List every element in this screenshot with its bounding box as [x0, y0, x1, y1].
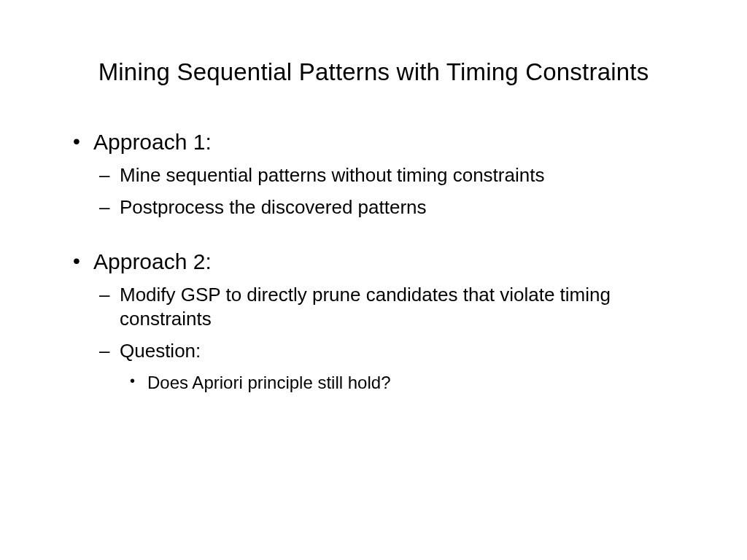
approach1-sub1: Mine sequential patterns without timing …: [93, 163, 703, 188]
approach2-sub1: Modify GSP to directly prune candidates …: [93, 283, 703, 332]
approach2-sublist: Modify GSP to directly prune candidates …: [93, 283, 703, 394]
bullet-approach2: Approach 2: Modify GSP to directly prune…: [73, 249, 703, 394]
approach2-sub2: Question: Does Apriori principle still h…: [93, 339, 703, 394]
approach1-sublist: Mine sequential patterns without timing …: [93, 163, 703, 220]
bullet-approach1: Approach 1: Mine sequential patterns wit…: [73, 130, 703, 220]
slide-title: Mining Sequential Patterns with Timing C…: [44, 58, 703, 86]
approach1-sub2: Postprocess the discovered patterns: [93, 195, 703, 220]
approach2-question-sublist: Does Apriori principle still hold?: [120, 371, 703, 394]
approach2-question-label: Question:: [120, 340, 201, 362]
approach1-label: Approach 1:: [93, 130, 212, 154]
approach2-label: Approach 2:: [93, 249, 212, 273]
bullet-list-level1: Approach 1: Mine sequential patterns wit…: [73, 130, 703, 394]
approach2-question-sub1: Does Apriori principle still hold?: [120, 371, 703, 394]
slide-content: Approach 1: Mine sequential patterns wit…: [44, 130, 703, 394]
